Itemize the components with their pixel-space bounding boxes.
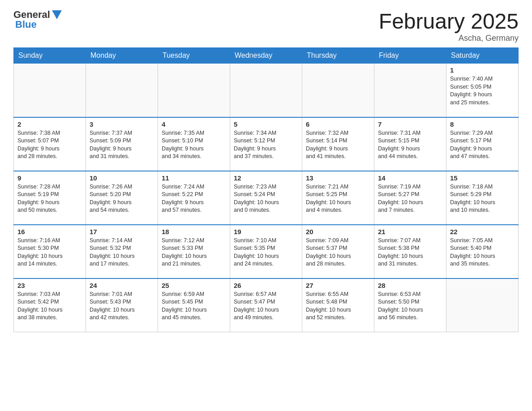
table-row: 16Sunrise: 7:16 AM Sunset: 5:30 PM Dayli… xyxy=(14,225,86,278)
day-number: 14 xyxy=(378,174,442,182)
day-number: 11 xyxy=(162,174,226,182)
day-info: Sunrise: 7:37 AM Sunset: 5:09 PM Dayligh… xyxy=(90,129,154,161)
day-number: 9 xyxy=(17,174,82,182)
day-number: 5 xyxy=(234,120,298,128)
day-number: 21 xyxy=(378,228,442,235)
table-row: 21Sunrise: 7:07 AM Sunset: 5:38 PM Dayli… xyxy=(374,225,446,278)
day-number: 13 xyxy=(306,174,370,182)
header-saturday: Saturday xyxy=(446,48,519,64)
table-row: 11Sunrise: 7:24 AM Sunset: 5:22 PM Dayli… xyxy=(158,171,230,225)
table-row: 1Sunrise: 7:40 AM Sunset: 5:05 PM Daylig… xyxy=(446,64,519,117)
day-info: Sunrise: 7:34 AM Sunset: 5:12 PM Dayligh… xyxy=(234,129,298,161)
day-info: Sunrise: 7:01 AM Sunset: 5:43 PM Dayligh… xyxy=(90,291,154,322)
day-number: 10 xyxy=(90,174,154,182)
calendar-week-row: 16Sunrise: 7:16 AM Sunset: 5:30 PM Dayli… xyxy=(14,225,519,278)
header-friday: Friday xyxy=(374,48,446,64)
calendar-week-row: 1Sunrise: 7:40 AM Sunset: 5:05 PM Daylig… xyxy=(14,64,519,117)
table-row: 18Sunrise: 7:12 AM Sunset: 5:33 PM Dayli… xyxy=(158,225,230,278)
table-row: 12Sunrise: 7:23 AM Sunset: 5:24 PM Dayli… xyxy=(230,171,302,225)
table-row: 9Sunrise: 7:28 AM Sunset: 5:19 PM Daylig… xyxy=(14,171,86,225)
calendar-week-row: 9Sunrise: 7:28 AM Sunset: 5:19 PM Daylig… xyxy=(14,171,519,225)
table-row xyxy=(14,64,86,117)
day-number: 6 xyxy=(306,120,370,128)
header-tuesday: Tuesday xyxy=(158,48,230,64)
table-row: 14Sunrise: 7:19 AM Sunset: 5:27 PM Dayli… xyxy=(374,171,446,225)
day-info: Sunrise: 7:10 AM Sunset: 5:35 PM Dayligh… xyxy=(234,237,298,268)
day-number: 28 xyxy=(378,282,442,289)
day-number: 2 xyxy=(17,120,82,128)
day-info: Sunrise: 7:23 AM Sunset: 5:24 PM Dayligh… xyxy=(234,183,298,214)
day-info: Sunrise: 6:57 AM Sunset: 5:47 PM Dayligh… xyxy=(234,291,298,322)
day-info: Sunrise: 7:05 AM Sunset: 5:40 PM Dayligh… xyxy=(450,237,515,268)
table-row: 19Sunrise: 7:10 AM Sunset: 5:35 PM Dayli… xyxy=(230,225,302,278)
svg-marker-0 xyxy=(52,10,62,19)
header-thursday: Thursday xyxy=(302,48,374,64)
day-number: 1 xyxy=(450,66,515,74)
table-row: 25Sunrise: 6:59 AM Sunset: 5:45 PM Dayli… xyxy=(158,278,230,332)
table-row: 28Sunrise: 6:53 AM Sunset: 5:50 PM Dayli… xyxy=(374,278,446,332)
day-info: Sunrise: 7:12 AM Sunset: 5:33 PM Dayligh… xyxy=(162,237,226,268)
table-row: 20Sunrise: 7:09 AM Sunset: 5:37 PM Dayli… xyxy=(302,225,374,278)
table-row: 13Sunrise: 7:21 AM Sunset: 5:25 PM Dayli… xyxy=(302,171,374,225)
header-sunday: Sunday xyxy=(14,48,86,64)
calendar-header-row: Sunday Monday Tuesday Wednesday Thursday… xyxy=(14,48,519,64)
day-info: Sunrise: 7:18 AM Sunset: 5:29 PM Dayligh… xyxy=(450,183,515,214)
day-info: Sunrise: 7:31 AM Sunset: 5:15 PM Dayligh… xyxy=(378,129,442,161)
day-info: Sunrise: 7:07 AM Sunset: 5:38 PM Dayligh… xyxy=(378,237,442,268)
calendar-week-row: 23Sunrise: 7:03 AM Sunset: 5:42 PM Dayli… xyxy=(14,278,519,332)
day-number: 19 xyxy=(234,228,298,235)
day-number: 12 xyxy=(234,174,298,182)
day-info: Sunrise: 7:19 AM Sunset: 5:27 PM Dayligh… xyxy=(378,183,442,214)
day-number: 17 xyxy=(90,228,154,235)
day-number: 3 xyxy=(90,120,154,128)
table-row: 4Sunrise: 7:35 AM Sunset: 5:10 PM Daylig… xyxy=(158,117,230,171)
calendar-table: Sunday Monday Tuesday Wednesday Thursday… xyxy=(13,47,519,332)
page-header: General Blue February 2025 Ascha, German… xyxy=(13,9,519,43)
day-info: Sunrise: 7:26 AM Sunset: 5:20 PM Dayligh… xyxy=(90,183,154,214)
day-number: 27 xyxy=(306,282,370,289)
table-row xyxy=(86,64,158,117)
day-number: 18 xyxy=(162,228,226,235)
table-row: 8Sunrise: 7:29 AM Sunset: 5:17 PM Daylig… xyxy=(446,117,519,171)
table-row: 3Sunrise: 7:37 AM Sunset: 5:09 PM Daylig… xyxy=(86,117,158,171)
table-row: 10Sunrise: 7:26 AM Sunset: 5:20 PM Dayli… xyxy=(86,171,158,225)
day-info: Sunrise: 7:16 AM Sunset: 5:30 PM Dayligh… xyxy=(17,237,82,268)
day-info: Sunrise: 7:40 AM Sunset: 5:05 PM Dayligh… xyxy=(450,75,515,107)
table-row xyxy=(158,64,230,117)
day-info: Sunrise: 7:38 AM Sunset: 5:07 PM Dayligh… xyxy=(17,129,82,161)
day-info: Sunrise: 7:24 AM Sunset: 5:22 PM Dayligh… xyxy=(162,183,226,214)
table-row: 24Sunrise: 7:01 AM Sunset: 5:43 PM Dayli… xyxy=(86,278,158,332)
day-info: Sunrise: 7:03 AM Sunset: 5:42 PM Dayligh… xyxy=(17,291,82,322)
logo: General Blue xyxy=(13,9,62,30)
day-number: 22 xyxy=(450,228,515,235)
location: Ascha, Germany xyxy=(379,34,519,43)
day-number: 24 xyxy=(90,282,154,289)
day-number: 23 xyxy=(17,282,82,289)
logo-blue: Blue xyxy=(15,19,37,30)
table-row: 17Sunrise: 7:14 AM Sunset: 5:32 PM Dayli… xyxy=(86,225,158,278)
table-row xyxy=(374,64,446,117)
day-info: Sunrise: 6:55 AM Sunset: 5:48 PM Dayligh… xyxy=(306,291,370,322)
day-number: 26 xyxy=(234,282,298,289)
day-info: Sunrise: 7:14 AM Sunset: 5:32 PM Dayligh… xyxy=(90,237,154,268)
table-row xyxy=(446,278,519,332)
table-row: 26Sunrise: 6:57 AM Sunset: 5:47 PM Dayli… xyxy=(230,278,302,332)
table-row: 6Sunrise: 7:32 AM Sunset: 5:14 PM Daylig… xyxy=(302,117,374,171)
table-row: 22Sunrise: 7:05 AM Sunset: 5:40 PM Dayli… xyxy=(446,225,519,278)
day-number: 16 xyxy=(17,228,82,235)
day-info: Sunrise: 7:32 AM Sunset: 5:14 PM Dayligh… xyxy=(306,129,370,161)
table-row: 5Sunrise: 7:34 AM Sunset: 5:12 PM Daylig… xyxy=(230,117,302,171)
day-info: Sunrise: 7:21 AM Sunset: 5:25 PM Dayligh… xyxy=(306,183,370,214)
table-row: 2Sunrise: 7:38 AM Sunset: 5:07 PM Daylig… xyxy=(14,117,86,171)
table-row: 23Sunrise: 7:03 AM Sunset: 5:42 PM Dayli… xyxy=(14,278,86,332)
day-info: Sunrise: 7:29 AM Sunset: 5:17 PM Dayligh… xyxy=(450,129,515,161)
day-info: Sunrise: 6:59 AM Sunset: 5:45 PM Dayligh… xyxy=(162,291,226,322)
day-number: 20 xyxy=(306,228,370,235)
day-number: 4 xyxy=(162,120,226,128)
table-row: 15Sunrise: 7:18 AM Sunset: 5:29 PM Dayli… xyxy=(446,171,519,225)
table-row xyxy=(302,64,374,117)
month-title: February 2025 xyxy=(379,9,519,34)
day-info: Sunrise: 7:09 AM Sunset: 5:37 PM Dayligh… xyxy=(306,237,370,268)
day-info: Sunrise: 7:28 AM Sunset: 5:19 PM Dayligh… xyxy=(17,183,82,214)
day-info: Sunrise: 6:53 AM Sunset: 5:50 PM Dayligh… xyxy=(378,291,442,322)
